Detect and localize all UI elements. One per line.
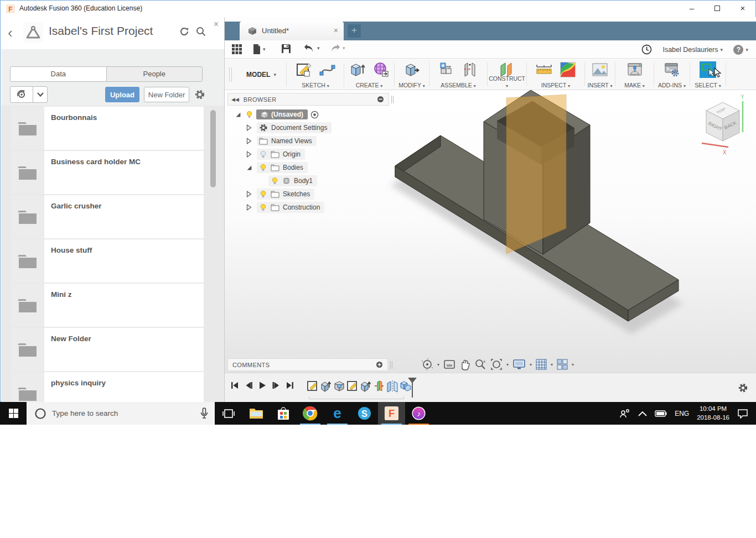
collapsed-icon[interactable] bbox=[245, 150, 253, 158]
press-pull-icon[interactable] bbox=[403, 61, 420, 78]
upload-button[interactable]: Upload bbox=[105, 87, 139, 102]
folder-row[interactable]: New Folder bbox=[11, 328, 204, 371]
comments-panel-header[interactable]: COMMENTS bbox=[227, 358, 388, 371]
close-button[interactable]: × bbox=[730, 1, 755, 17]
minimize-button[interactable]: – bbox=[679, 1, 705, 17]
bulb-on-icon[interactable] bbox=[245, 110, 253, 119]
activate-radio-icon[interactable] bbox=[310, 111, 319, 119]
list-scrollbar[interactable] bbox=[210, 110, 216, 187]
workspace-selector[interactable]: MODEL▾ bbox=[236, 59, 287, 90]
root-node[interactable]: (Unsaved) bbox=[256, 109, 308, 119]
timeline-feature-extrude[interactable] bbox=[320, 379, 332, 393]
viewport[interactable]: ◀◀ BROWSER (Unsaved) bbox=[225, 90, 756, 373]
grid-display-icon[interactable] bbox=[536, 359, 547, 370]
expanded-icon[interactable] bbox=[234, 111, 242, 118]
curvature-analysis-icon[interactable] bbox=[560, 61, 576, 78]
group-label-make[interactable]: MAKE ▾ bbox=[615, 82, 654, 88]
timeline-feature-mirror-plane[interactable] bbox=[373, 379, 385, 393]
chevron-down-icon[interactable] bbox=[33, 87, 47, 102]
group-label-addins[interactable]: ADD-INS ▾ bbox=[654, 82, 690, 88]
undo-button[interactable]: ▾ bbox=[303, 44, 320, 53]
group-label-modify[interactable]: MODIFY ▾ bbox=[395, 82, 429, 88]
view-cube[interactable]: TOP RIGHT BACK X Y bbox=[696, 92, 752, 158]
collapsed-icon[interactable] bbox=[245, 124, 253, 132]
timeline-feature-sketch[interactable] bbox=[307, 379, 319, 393]
task-view-button[interactable] bbox=[215, 402, 242, 425]
timeline-feature-box[interactable] bbox=[333, 379, 345, 393]
new-document-tab-button[interactable]: + bbox=[348, 24, 361, 38]
bulb-on-icon[interactable] bbox=[271, 176, 279, 185]
group-label-create[interactable]: CREATE ▾ bbox=[344, 82, 394, 88]
comments-grip[interactable] bbox=[390, 361, 392, 369]
measure-icon[interactable] bbox=[535, 61, 553, 78]
scripts-addins-icon[interactable] bbox=[664, 61, 680, 78]
tree-row-body1[interactable]: Body1 bbox=[227, 174, 389, 187]
file-menu-button[interactable]: ▾ bbox=[252, 44, 266, 55]
collapsed-icon[interactable] bbox=[245, 203, 253, 211]
group-label-insert[interactable]: INSERT ▾ bbox=[585, 82, 615, 88]
timeline-feature-sketch[interactable] bbox=[346, 379, 359, 393]
new-component-icon[interactable] bbox=[438, 61, 455, 78]
group-label-sketch[interactable]: SKETCH ▾ bbox=[287, 82, 344, 88]
tray-expand-icon[interactable] bbox=[638, 411, 647, 416]
app-grid-button[interactable] bbox=[231, 44, 242, 55]
go-to-start-icon[interactable] bbox=[230, 381, 239, 390]
insert-image-icon[interactable] bbox=[592, 61, 608, 78]
bulb-on-icon[interactable] bbox=[259, 203, 267, 212]
group-label-inspect[interactable]: INSPECT ▾ bbox=[527, 82, 584, 88]
refresh-icon[interactable] bbox=[178, 25, 190, 38]
account-menu[interactable]: Isabel Deslauriers▾ bbox=[662, 40, 723, 59]
redo-button[interactable]: ▾ bbox=[329, 44, 345, 53]
group-label-assemble[interactable]: ASSEMBLE ▾ bbox=[429, 82, 487, 88]
document-tab[interactable]: Untitled* × bbox=[240, 22, 344, 40]
group-label-select[interactable]: SELECT ▾ bbox=[690, 82, 726, 88]
fit-icon[interactable] bbox=[490, 358, 503, 370]
save-button[interactable] bbox=[281, 44, 291, 54]
collapsed-icon[interactable] bbox=[245, 137, 253, 145]
remove-circle-icon[interactable] bbox=[377, 96, 384, 103]
browser-grip[interactable] bbox=[391, 96, 393, 103]
zoom-icon[interactable]: ± bbox=[474, 358, 486, 370]
search-input[interactable] bbox=[52, 409, 185, 417]
pan-hand-icon[interactable] bbox=[459, 358, 470, 370]
play-icon[interactable] bbox=[258, 381, 267, 390]
bulb-on-icon[interactable] bbox=[259, 163, 267, 172]
search-icon[interactable] bbox=[195, 25, 207, 38]
taskbar-ms-store[interactable] bbox=[270, 402, 297, 425]
tab-people[interactable]: People bbox=[106, 67, 203, 81]
tree-row-sketches[interactable]: Sketches bbox=[227, 187, 389, 201]
taskbar-file-explorer[interactable] bbox=[242, 402, 270, 425]
tree-row-root[interactable]: (Unsaved) bbox=[227, 108, 389, 121]
collapse-icon[interactable]: ◀◀ bbox=[231, 97, 239, 102]
project-hub-icon[interactable] bbox=[23, 23, 43, 43]
collapsed-icon[interactable] bbox=[245, 190, 253, 198]
folder-row[interactable]: Garlic crusher bbox=[11, 195, 204, 238]
folder-row[interactable]: Mini z bbox=[11, 284, 204, 327]
tab-data[interactable]: Data bbox=[11, 67, 106, 81]
settings-gear-icon[interactable] bbox=[194, 89, 205, 100]
folder-row[interactable]: Business card holder MC bbox=[11, 151, 204, 194]
timeline-marker[interactable] bbox=[407, 377, 417, 399]
taskbar-skype[interactable]: S bbox=[351, 402, 378, 425]
tree-row-named-views[interactable]: Named Views bbox=[227, 134, 389, 148]
print-3d-icon[interactable] bbox=[626, 61, 643, 78]
tree-row-bodies[interactable]: Bodies bbox=[227, 161, 389, 174]
viewports-icon[interactable] bbox=[557, 359, 568, 370]
notifications-clock-button[interactable] bbox=[641, 40, 652, 59]
step-back-icon[interactable] bbox=[244, 381, 253, 390]
timeline-feature-extrude[interactable] bbox=[360, 379, 372, 393]
tree-row-document-settings[interactable]: Document Settings bbox=[227, 121, 389, 134]
history-filter-combo[interactable] bbox=[10, 86, 48, 103]
folder-row[interactable]: Bourbonnais bbox=[11, 107, 204, 150]
timeline-feature-mirror[interactable] bbox=[386, 379, 398, 393]
expanded-icon[interactable] bbox=[245, 164, 253, 171]
history-eye-icon[interactable] bbox=[11, 87, 33, 102]
taskbar-chrome[interactable] bbox=[297, 402, 324, 425]
folder-row[interactable]: House stuff bbox=[11, 239, 204, 283]
group-label-construct[interactable]: CONSTRUCT ▾ bbox=[488, 75, 526, 88]
taskbar-clock[interactable]: 10:04 PM 2018-08-16 bbox=[697, 405, 729, 422]
bulb-on-icon[interactable] bbox=[259, 190, 267, 199]
language-indicator[interactable]: ENG bbox=[675, 410, 689, 417]
taskbar-edge[interactable]: e bbox=[324, 402, 351, 425]
taskbar-itunes[interactable]: ♪ bbox=[405, 402, 432, 425]
